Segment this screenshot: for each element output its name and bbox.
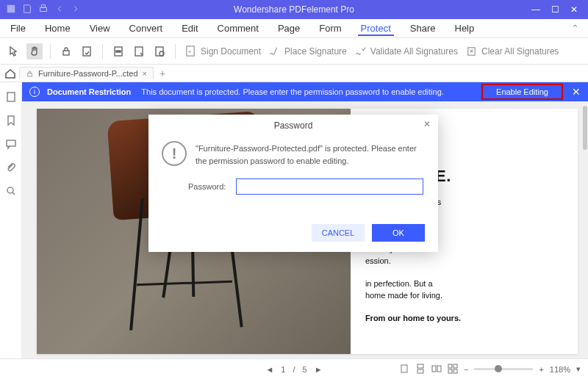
svg-point-15 bbox=[7, 187, 13, 193]
restriction-notice: i Document Restriction This document is … bbox=[22, 82, 588, 101]
search-icon[interactable] bbox=[5, 185, 17, 197]
menu-file[interactable]: File bbox=[7, 21, 29, 35]
svg-rect-6 bbox=[116, 51, 121, 52]
zoom-level[interactable]: 118% bbox=[550, 365, 570, 374]
select-tool[interactable] bbox=[6, 43, 22, 59]
menu-page[interactable]: Page bbox=[275, 21, 303, 35]
scrollbar-thumb[interactable] bbox=[583, 106, 587, 150]
maximize-button[interactable]: ☐ bbox=[550, 4, 560, 15]
exclamation-icon: ! bbox=[162, 141, 187, 166]
add-tab-button[interactable]: + bbox=[159, 68, 165, 79]
notice-close-icon[interactable]: ✕ bbox=[572, 86, 581, 98]
place-signature-label: Place Signature bbox=[284, 46, 347, 57]
page-current[interactable]: 1 bbox=[281, 365, 285, 374]
svg-rect-20 bbox=[437, 366, 441, 372]
close-button[interactable]: ✕ bbox=[569, 4, 579, 15]
enable-editing-button[interactable]: Enable Editing bbox=[481, 84, 563, 100]
window-title: Wondershare PDFelement Pro bbox=[234, 4, 354, 15]
print-icon[interactable] bbox=[38, 4, 49, 16]
attachments-icon[interactable] bbox=[5, 162, 17, 173]
encrypt-password-tool[interactable] bbox=[58, 43, 74, 59]
redo-icon[interactable] bbox=[71, 4, 81, 16]
bookmarks-icon[interactable] bbox=[5, 115, 17, 126]
menubar: File Home View Convert Edit Comment Page… bbox=[0, 19, 588, 38]
zoom-dropdown-icon[interactable]: ▾ bbox=[576, 364, 581, 374]
page-next-icon[interactable]: ► bbox=[315, 365, 323, 374]
menu-view[interactable]: View bbox=[87, 21, 113, 35]
svg-rect-3 bbox=[63, 51, 69, 55]
dialog-title-text: Password bbox=[274, 120, 313, 131]
app-logo-icon bbox=[6, 4, 16, 16]
svg-rect-22 bbox=[453, 364, 457, 368]
svg-rect-14 bbox=[7, 140, 15, 146]
minimize-button[interactable]: — bbox=[531, 4, 541, 15]
view-facing-icon[interactable] bbox=[431, 364, 442, 375]
clear-signatures-button[interactable]: Clear All Signatures bbox=[464, 45, 560, 57]
place-signature-button[interactable]: Place Signature bbox=[267, 45, 348, 57]
redact-tool-3[interactable] bbox=[151, 43, 168, 59]
doc-line-bold: From our home to yours. bbox=[365, 314, 461, 322]
password-dialog: Password ✕ ! "Furniture-Password-Protect… bbox=[148, 115, 438, 252]
dialog-message: "Furniture-Password-Protected.pdf" is pr… bbox=[196, 141, 425, 167]
svg-rect-12 bbox=[28, 73, 32, 76]
undo-icon[interactable] bbox=[54, 4, 65, 16]
cancel-button[interactable]: CANCEL bbox=[312, 224, 365, 242]
view-grid-icon[interactable] bbox=[448, 364, 458, 375]
window-controls: — ☐ ✕ bbox=[531, 4, 588, 15]
side-panel bbox=[0, 82, 22, 358]
ok-button[interactable]: OK bbox=[372, 224, 425, 242]
document-tabbar: Furniture-Password-P...cted × + bbox=[0, 65, 588, 82]
menu-form[interactable]: Form bbox=[316, 21, 344, 35]
save-icon[interactable] bbox=[22, 4, 32, 16]
svg-rect-1 bbox=[40, 7, 47, 11]
redact-tool-1[interactable] bbox=[110, 43, 126, 59]
view-single-icon[interactable] bbox=[399, 364, 409, 375]
comments-icon[interactable] bbox=[5, 138, 17, 150]
zoom-slider-thumb[interactable] bbox=[495, 365, 502, 372]
zoom-slider[interactable] bbox=[474, 368, 533, 370]
svg-rect-13 bbox=[7, 93, 15, 101]
hand-tool[interactable] bbox=[26, 43, 43, 59]
menu-share[interactable]: Share bbox=[407, 21, 439, 35]
validate-signatures-button[interactable]: Validate All Signatures bbox=[353, 45, 459, 57]
page-prev-icon[interactable]: ◄ bbox=[265, 365, 273, 374]
clear-signatures-label: Clear All Signatures bbox=[481, 46, 559, 57]
menu-comment[interactable]: Comment bbox=[215, 21, 262, 35]
vertical-scrollbar[interactable] bbox=[582, 103, 588, 358]
svg-rect-0 bbox=[7, 4, 15, 12]
dialog-close-icon[interactable]: ✕ bbox=[423, 119, 431, 129]
page-total: 5 bbox=[303, 365, 307, 374]
menu-help[interactable]: Help bbox=[452, 21, 478, 35]
thumbnails-icon[interactable] bbox=[5, 91, 17, 103]
home-icon[interactable] bbox=[4, 68, 16, 79]
info-icon: i bbox=[29, 87, 40, 97]
tab-close-icon[interactable]: × bbox=[143, 69, 147, 78]
menubar-collapse-icon[interactable]: ⌃ bbox=[571, 23, 579, 34]
titlebar-quick-icons bbox=[0, 4, 81, 16]
menu-home[interactable]: Home bbox=[42, 21, 74, 35]
menu-protect[interactable]: Protect bbox=[358, 21, 394, 36]
doc-line: in perfection. But a bbox=[365, 279, 433, 288]
notice-title: Document Restriction bbox=[47, 87, 131, 96]
doc-line: ession. bbox=[365, 256, 391, 265]
separator bbox=[50, 44, 51, 59]
doc-line: home made for living. bbox=[365, 291, 442, 300]
password-input[interactable] bbox=[236, 178, 423, 195]
redact-tool-2[interactable] bbox=[131, 43, 147, 59]
svg-rect-23 bbox=[448, 369, 452, 373]
svg-rect-10 bbox=[187, 46, 194, 56]
permissions-tool[interactable] bbox=[79, 43, 95, 59]
svg-rect-18 bbox=[417, 369, 423, 373]
svg-rect-19 bbox=[432, 366, 436, 372]
menu-edit[interactable]: Edit bbox=[179, 21, 201, 35]
view-continuous-icon[interactable] bbox=[415, 364, 426, 375]
sign-document-button[interactable]: Sign Document bbox=[183, 45, 262, 57]
zoom-out-icon[interactable]: − bbox=[464, 365, 468, 374]
separator bbox=[175, 44, 176, 59]
svg-rect-16 bbox=[401, 365, 407, 372]
document-tab[interactable]: Furniture-Password-P...cted × bbox=[19, 67, 154, 79]
zoom-in-icon[interactable]: + bbox=[539, 365, 543, 374]
svg-rect-21 bbox=[448, 364, 452, 368]
menu-convert[interactable]: Convert bbox=[126, 21, 166, 35]
svg-rect-17 bbox=[417, 364, 423, 368]
